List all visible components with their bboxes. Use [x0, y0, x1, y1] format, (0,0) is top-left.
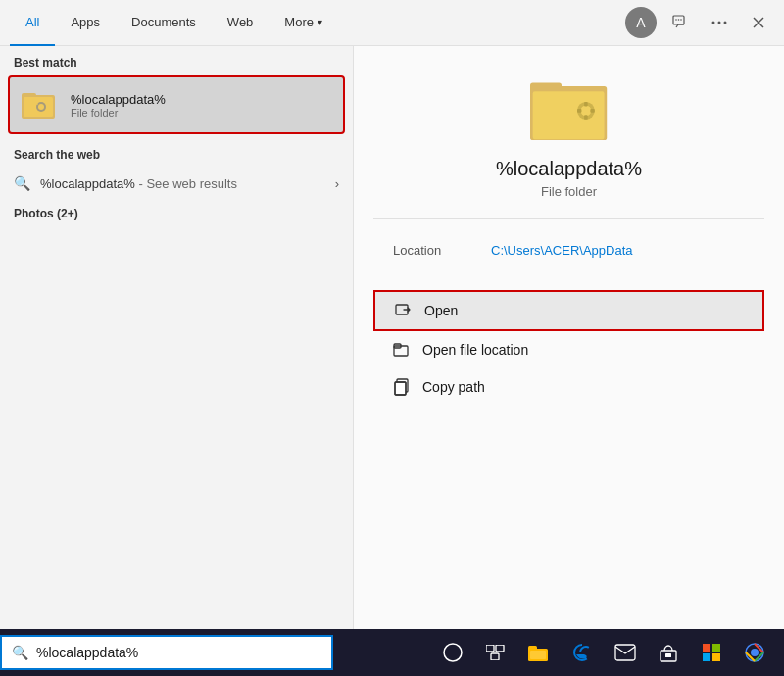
svg-point-45: [751, 649, 759, 656]
tab-documents-label: Documents: [131, 15, 196, 29]
open-label: Open: [424, 303, 458, 318]
feedback-icon: [672, 15, 688, 30]
web-search-label: Search the web: [0, 138, 353, 168]
svg-point-5: [718, 22, 721, 24]
folder-icon-container: [20, 85, 59, 124]
search-circle-icon[interactable]: [433, 633, 472, 672]
web-search-item[interactable]: 🔍 %localappdata% - See web results ›: [0, 168, 353, 199]
more-options-button[interactable]: [704, 7, 735, 38]
svg-rect-20: [584, 102, 588, 106]
content-area: Best match %localappdata%: [0, 46, 784, 676]
search-icon: 🔍: [14, 175, 30, 191]
tab-web-label: Web: [227, 15, 254, 29]
ellipsis-icon: [711, 21, 727, 24]
open-file-location-label: Open file location: [422, 342, 528, 358]
windows-tiles-icon[interactable]: [692, 633, 731, 672]
svg-point-19: [580, 106, 591, 117]
folder-icon: [22, 87, 57, 122]
chevron-down-icon: ▾: [318, 17, 322, 27]
copy-path-label: Copy path: [422, 379, 485, 395]
svg-rect-17: [532, 91, 604, 139]
tab-more-label: More: [284, 15, 314, 29]
detail-location-row: Location C:\Users\ACER\AppData: [373, 235, 764, 266]
svg-rect-40: [703, 644, 710, 652]
tab-more[interactable]: More ▾: [269, 0, 338, 46]
tab-apps-label: Apps: [71, 15, 100, 29]
svg-rect-39: [665, 653, 671, 657]
svg-point-13: [38, 104, 44, 110]
best-match-text: %localappdata% File folder: [71, 92, 166, 119]
svg-rect-14: [32, 99, 38, 105]
search-box-icon: 🔍: [12, 645, 28, 660]
close-icon: [753, 17, 764, 28]
svg-rect-37: [615, 645, 635, 660]
photos-label: Photos (2+): [0, 199, 353, 226]
store-icon[interactable]: [649, 633, 688, 672]
task-view-icon[interactable]: [476, 633, 515, 672]
chrome-icon[interactable]: [735, 633, 774, 672]
open-icon: [395, 302, 413, 319]
svg-point-1: [675, 19, 677, 21]
copy-path-button[interactable]: Copy path: [373, 368, 764, 406]
nav-right-controls: A: [625, 7, 774, 38]
svg-rect-31: [486, 645, 494, 652]
detail-divider: [373, 218, 764, 219]
avatar-letter: A: [636, 15, 645, 30]
best-match-label: Best match: [0, 46, 353, 75]
open-file-location-icon: [393, 341, 411, 359]
close-button[interactable]: [743, 7, 774, 38]
copy-path-icon: [393, 378, 411, 396]
svg-point-6: [724, 22, 727, 24]
detail-actions: Open Open file location: [373, 290, 764, 406]
detail-panel: %localappdata% File folder Location C:\U…: [354, 46, 784, 425]
detail-subtitle: File folder: [541, 184, 597, 199]
svg-rect-21: [584, 115, 588, 119]
open-file-location-button[interactable]: Open file location: [373, 331, 764, 368]
svg-rect-32: [496, 645, 504, 652]
web-search-text: %localappdata% - See web results: [40, 176, 237, 191]
best-match-title: %localappdata%: [71, 92, 166, 107]
search-window: All Apps Documents Web More ▾ A: [0, 0, 784, 676]
edge-browser-icon[interactable]: [563, 633, 602, 672]
svg-point-4: [712, 22, 715, 24]
file-explorer-icon[interactable]: [519, 633, 559, 672]
svg-rect-43: [712, 653, 720, 661]
tab-all[interactable]: All: [10, 0, 55, 46]
nav-tabs: All Apps Documents Web More ▾ A: [0, 0, 784, 46]
detail-title: %localappdata%: [496, 158, 642, 180]
right-panel: %localappdata% File folder Location C:\U…: [353, 46, 784, 676]
detail-divider-2: [373, 266, 764, 266]
svg-point-3: [680, 19, 682, 21]
svg-rect-23: [590, 109, 594, 113]
best-match-subtitle: File folder: [71, 107, 166, 119]
left-panel: Best match %localappdata%: [0, 46, 353, 676]
svg-rect-41: [712, 644, 720, 652]
taskbar-icons: [353, 629, 784, 676]
detail-folder-icon: [530, 75, 609, 144]
search-box[interactable]: 🔍: [0, 635, 333, 670]
chevron-right-icon: ›: [335, 176, 339, 191]
tab-all-label: All: [25, 15, 39, 29]
feedback-button[interactable]: [664, 7, 696, 38]
tab-documents[interactable]: Documents: [116, 0, 212, 46]
location-label: Location: [393, 243, 491, 258]
svg-rect-33: [491, 653, 499, 660]
mail-icon[interactable]: [606, 633, 645, 672]
location-value[interactable]: C:\Users\ACER\AppData: [491, 243, 633, 258]
svg-rect-28: [395, 382, 406, 395]
tab-apps[interactable]: Apps: [55, 0, 116, 46]
open-button[interactable]: Open: [373, 290, 764, 331]
svg-rect-42: [703, 653, 710, 661]
svg-rect-22: [577, 109, 581, 113]
search-input[interactable]: [36, 645, 321, 660]
svg-rect-36: [530, 651, 546, 659]
avatar[interactable]: A: [625, 7, 657, 38]
best-match-item[interactable]: %localappdata% File folder: [8, 75, 345, 134]
tab-web[interactable]: Web: [212, 0, 270, 46]
svg-point-2: [678, 19, 680, 21]
svg-point-30: [444, 644, 462, 661]
